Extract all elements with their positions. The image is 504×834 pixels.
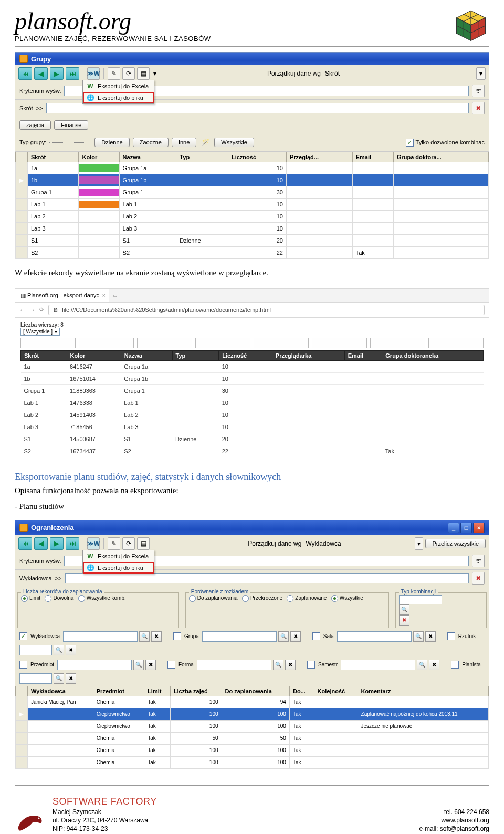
clear-icon[interactable]: ✖ [425, 631, 436, 642]
col-skrot[interactable]: Skrót [28, 152, 79, 162]
col-gd[interactable]: Grupa doktora... [393, 152, 488, 162]
search-icon[interactable]: 🔍 [413, 631, 424, 642]
close-icon[interactable]: × [473, 523, 485, 533]
search-icon[interactable]: 🔍 [54, 645, 64, 655]
expand-chev[interactable]: >> [36, 105, 43, 111]
clear-icon[interactable]: ✖ [145, 660, 156, 670]
search-icon[interactable]: 🔍 [54, 673, 64, 684]
nav-fwd-icon[interactable]: → [29, 307, 35, 313]
search-icon[interactable]: 🔍 [139, 631, 150, 642]
tab-zajecia[interactable]: zajęcia [19, 120, 51, 130]
search-icon[interactable]: 🔍 [133, 660, 144, 670]
reload-icon[interactable]: ⟳ [39, 306, 44, 313]
filter-cell[interactable] [370, 338, 425, 348]
bcol-prz[interactable]: Przeglądarka [272, 350, 344, 360]
nav-last-icon[interactable]: ⏭ [66, 67, 79, 80]
bcol-gd[interactable]: Grupa doktorancka [382, 350, 484, 360]
table-row[interactable]: ChemiaTak100100Tak [16, 756, 489, 768]
close-tab-icon[interactable]: × [102, 292, 106, 298]
filter-icon[interactable]: 🝖 [472, 555, 485, 567]
radio-zaplanowane[interactable] [287, 595, 293, 602]
table-row[interactable]: Lab 1Lab 110 [16, 199, 489, 211]
type-field[interactable] [399, 595, 442, 604]
clear-icon[interactable]: ✖ [429, 660, 439, 670]
col-kol[interactable]: Kolejność [314, 686, 358, 696]
nav-first-icon[interactable]: ⏮ [18, 67, 32, 80]
col-prz[interactable]: Przegląd... [286, 152, 352, 162]
export-excel-item[interactable]: WEksportuj do Excela [83, 550, 154, 562]
filter-cell[interactable] [20, 338, 76, 348]
filter-cell[interactable] [428, 338, 484, 348]
clear-icon[interactable]: ✖ [66, 645, 76, 655]
bcol-skrot[interactable]: Skrót [21, 350, 67, 360]
export-file-item[interactable]: 🌐Eksportuj do pliku [83, 562, 154, 574]
nav-next-icon[interactable]: ▶ [50, 537, 64, 550]
minimize-icon[interactable]: _ [448, 523, 459, 533]
table-row[interactable]: Janicki Maciej, PanChemiaTak10094Tak [16, 696, 489, 708]
dropdown-chevron-icon[interactable]: ▾ [476, 67, 486, 80]
chk-planista[interactable] [451, 661, 459, 669]
table-row[interactable]: S2S222Tak [16, 247, 489, 259]
filter-icon[interactable]: 🝖 [472, 85, 485, 97]
nav-prev-icon[interactable]: ◀ [34, 67, 48, 80]
field-przedmiot[interactable] [57, 660, 132, 670]
col-licz[interactable]: Liczność [228, 152, 286, 162]
filter-cell[interactable] [195, 338, 250, 348]
search-icon[interactable]: 🔍 [399, 604, 410, 615]
col-typ[interactable]: Typ [176, 152, 228, 162]
chk-przedmiot[interactable] [19, 661, 27, 669]
filter-cell[interactable] [254, 338, 309, 348]
col-email[interactable]: Email [352, 152, 393, 162]
clear-icon[interactable]: ✖ [399, 615, 410, 626]
nav-next-icon[interactable]: ▶ [50, 67, 64, 80]
export-dropdown-button[interactable]: ≫W [87, 67, 100, 80]
col-kom[interactable]: Komentarz [358, 686, 488, 696]
expand-chev[interactable]: >> [55, 575, 62, 581]
clear-icon[interactable]: ✖ [472, 572, 485, 585]
export-file-item[interactable]: 🌐Eksportuj do pliku [83, 92, 154, 103]
bcol-kolor[interactable]: Kolor [67, 350, 121, 360]
table-row[interactable]: Lab 3Lab 310 [16, 223, 489, 235]
col-prz[interactable]: Przedmiot [93, 686, 144, 696]
radio-limit[interactable] [21, 595, 28, 602]
col-do[interactable]: Do... [289, 686, 314, 696]
field-planista[interactable] [19, 673, 52, 684]
btn-zaoczne[interactable]: Zaoczne [133, 138, 169, 147]
clear-icon[interactable]: ✖ [151, 631, 162, 642]
chevron-down-icon[interactable]: ▾ [152, 68, 158, 79]
sort-field[interactable]: Wykładowca [303, 539, 413, 548]
radio-dowolna[interactable] [45, 595, 51, 602]
table-row[interactable]: CiepłownictwoTak100100TakJeszcze nie pla… [16, 720, 489, 732]
field-forma[interactable] [197, 660, 271, 670]
bcol-licz[interactable]: Liczność [219, 350, 272, 360]
field-grupa[interactable] [202, 631, 277, 642]
edit-icon[interactable]: ✎ [108, 537, 120, 550]
list-icon[interactable]: ▤ [137, 537, 150, 550]
btn-dzienne[interactable]: Dzienne [94, 138, 129, 147]
tab-finanse[interactable]: Finanse [54, 120, 88, 130]
table-row[interactable]: ▶1bGrupa 1b10 [16, 174, 489, 186]
refresh-icon[interactable]: ⟳ [122, 67, 135, 80]
address-bar[interactable]: 🗎file:///C:/Documents%20and%20Settings/a… [48, 305, 485, 315]
radio-przekroczone[interactable] [242, 595, 249, 602]
filter-cell[interactable] [137, 338, 192, 348]
table-row[interactable]: ▶CiepłownictwoTak100100TakZaplanować naj… [16, 708, 489, 720]
wand-icon[interactable]: 🪄 [200, 137, 211, 148]
bcol-email[interactable]: Email [344, 350, 382, 360]
radio-dozaplan[interactable] [189, 595, 196, 602]
edit-icon[interactable]: ✎ [108, 67, 120, 80]
chk-wykladowca[interactable]: ✓ [19, 632, 27, 640]
search-icon[interactable]: 🔍 [273, 660, 284, 670]
clear-icon[interactable]: ✖ [472, 102, 485, 114]
list-icon[interactable]: ▤ [137, 67, 150, 80]
clear-icon[interactable]: ✖ [66, 673, 76, 684]
nav-prev-icon[interactable]: ◀ [34, 537, 48, 550]
chk-semestr[interactable] [307, 661, 315, 669]
col-lim[interactable]: Limit [144, 686, 171, 696]
skrot-field[interactable] [46, 103, 469, 113]
radio-wszystkie-komb[interactable] [78, 595, 85, 602]
new-tab-icon[interactable]: ▱ [109, 289, 121, 301]
col-lz[interactable]: Liczba zajęć [170, 686, 222, 696]
chk-sala[interactable] [312, 632, 320, 640]
filter-cell[interactable] [79, 338, 134, 348]
